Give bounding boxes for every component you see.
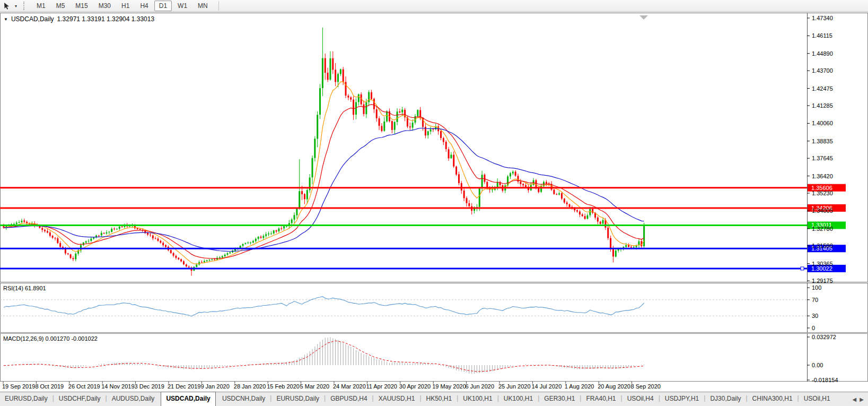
- svg-text:1.29175: 1.29175: [812, 278, 833, 284]
- timeframe-button-M30[interactable]: M30: [94, 1, 116, 11]
- svg-text:1.41285: 1.41285: [812, 102, 833, 109]
- date-label: 25 Jun 2020: [498, 383, 531, 390]
- tab-USOil-H1[interactable]: USOil,H1: [799, 392, 835, 406]
- date-label: 3 Dec 2019: [135, 383, 164, 390]
- date-label: 5 Mar 2020: [300, 383, 330, 390]
- rsi-indicator-label: RSI(14) 61.8901: [3, 285, 46, 291]
- svg-text:1.38835: 1.38835: [812, 138, 833, 144]
- date-label: 9 Jan 2020: [200, 383, 229, 390]
- date-label: 26 Oct 2019: [68, 383, 100, 390]
- timeframe-button-H1[interactable]: H1: [117, 1, 134, 11]
- date-label: 19 Sep 2019: [2, 383, 35, 390]
- date-label: 24 Mar 2020: [333, 383, 366, 390]
- tab-GBPUSD-H4[interactable]: GBPUSD,H4: [326, 392, 372, 406]
- date-label: 1 Aug 2020: [565, 383, 594, 390]
- toolbar-grip: [23, 2, 26, 10]
- date-label: 15 Feb 2020: [267, 383, 300, 390]
- tab-USOil-H4[interactable]: USOil,H4: [622, 392, 659, 406]
- chart-title: ▼ USDCAD,Daily 1.32971 1.33191 1.32904 1…: [4, 15, 154, 23]
- chart-tab-bar: EURUSD,Daily|USDCHF,Daily|AUDUSD,Daily|U…: [0, 392, 868, 406]
- date-label: 8 Sep 2020: [631, 383, 661, 390]
- svg-text:1.35230: 1.35230: [812, 190, 833, 196]
- svg-text:0: 0: [812, 325, 815, 331]
- hline-drag-handle[interactable]: [801, 267, 804, 270]
- svg-text:1.46115: 1.46115: [812, 32, 832, 39]
- tab-USDJPY-H1[interactable]: USDJPY,H1: [660, 392, 704, 406]
- svg-text:1.40060: 1.40060: [812, 120, 833, 126]
- macd-indicator-label: MACD(12,26,9) 0.001270 -0.001022: [3, 335, 98, 342]
- tab-USDCAD-Daily[interactable]: USDCAD,Daily: [161, 392, 215, 406]
- date-label: 6 Jun 2020: [466, 383, 494, 390]
- svg-text:1.42475: 1.42475: [812, 85, 833, 92]
- svg-text:100: 100: [812, 284, 821, 291]
- svg-text:0.032972: 0.032972: [812, 334, 836, 340]
- tab-USDCNH-Daily[interactable]: USDCNH,Daily: [217, 392, 270, 406]
- svg-text:1.30365: 1.30365: [812, 261, 833, 267]
- svg-text:1.36420: 1.36420: [812, 173, 833, 179]
- timeframe-button-M15[interactable]: M15: [71, 1, 92, 11]
- tabs-scroll-left-icon[interactable]: ◀: [853, 396, 857, 402]
- chart-canvas[interactable]: 1.356061.342061.330111.314051.300221.473…: [0, 0, 868, 392]
- svg-text:30: 30: [812, 313, 818, 319]
- tab-UK100-H1[interactable]: UK100,H1: [499, 392, 538, 406]
- pointer-tool-icon[interactable]: [2, 1, 12, 11]
- svg-text:1.43700: 1.43700: [812, 67, 833, 74]
- date-label: 21 Dec 2019: [168, 383, 200, 390]
- tab-UK100-H1[interactable]: UK100,H1: [458, 392, 497, 406]
- tab-AUDUSD-Daily[interactable]: AUDUSD,Daily: [107, 392, 160, 406]
- date-label: 8 Oct 2019: [35, 383, 64, 390]
- timeframe-buttons-group: M1M5M15M30H1H4D1W1MN: [31, 1, 213, 11]
- pointer-tool-dropdown-icon[interactable]: ▾: [13, 4, 19, 8]
- chart-symbol-label: USDCAD,Daily: [11, 15, 54, 23]
- chart-window: 1.356061.342061.330111.314051.300221.473…: [0, 0, 868, 406]
- tab-CHINA300-H1[interactable]: CHINA300,H1: [748, 392, 797, 406]
- tabs-scroll-right-icon[interactable]: ▶: [860, 396, 864, 402]
- date-axis: 19 Sep 20198 Oct 201926 Oct 201914 Nov 2…: [2, 382, 661, 390]
- timeframe-button-M1[interactable]: M1: [32, 1, 50, 11]
- timeframe-button-D1[interactable]: D1: [154, 1, 172, 11]
- svg-text:0.00: 0.00: [812, 362, 823, 368]
- tab-DJ30-Daily[interactable]: DJ30,Daily: [705, 392, 746, 406]
- date-label: 30 Apr 2020: [399, 383, 431, 390]
- tab-FRA40-H1[interactable]: FRA40,H1: [581, 392, 620, 406]
- tab-EURUSD-Daily[interactable]: EURUSD,Daily: [271, 392, 324, 406]
- date-label: 14 Nov 2019: [101, 383, 134, 390]
- svg-text:1.47340: 1.47340: [812, 15, 833, 21]
- tab-GER30-H1[interactable]: GER30,H1: [539, 392, 580, 406]
- chart-collapse-icon[interactable]: ▼: [4, 17, 8, 22]
- svg-text:70: 70: [812, 297, 818, 303]
- date-label: 20 Aug 2020: [598, 383, 630, 390]
- timeframe-toolbar: ▾ M1M5M15M30H1H4D1W1MN: [0, 0, 868, 12]
- date-label: 28 Jan 2020: [234, 383, 266, 390]
- panel-frames: [1, 13, 868, 382]
- date-label: 19 May 2020: [432, 383, 466, 390]
- timeframe-button-M5[interactable]: M5: [51, 1, 70, 11]
- toolbar-separator: [218, 1, 219, 11]
- date-label: 14 Jul 2020: [531, 383, 562, 390]
- svg-text:-0.018154: -0.018154: [812, 377, 838, 383]
- timeframe-button-H4[interactable]: H4: [135, 1, 153, 11]
- tab-XAUUSD-H1[interactable]: XAUUSD,H1: [374, 392, 420, 406]
- chart-ohlc-values: 1.32971 1.33191 1.32904 1.33013: [57, 15, 155, 23]
- svg-text:1.37645: 1.37645: [812, 155, 833, 161]
- svg-text:1.31590: 1.31590: [812, 243, 833, 249]
- tab-EURUSD-Daily[interactable]: EURUSD,Daily: [0, 392, 52, 406]
- timeframe-button-W1[interactable]: W1: [173, 1, 192, 11]
- date-label: 11 Apr 2020: [366, 383, 397, 390]
- tab-USDCHF-Daily[interactable]: USDCHF,Daily: [54, 392, 106, 406]
- timeframe-button-MN[interactable]: MN: [193, 1, 213, 11]
- svg-text:1.44890: 1.44890: [812, 50, 833, 57]
- svg-text:1.32780: 1.32780: [812, 226, 833, 232]
- svg-text:1.34005: 1.34005: [812, 208, 833, 214]
- tab-HK50-H1[interactable]: HK50,H1: [422, 392, 457, 406]
